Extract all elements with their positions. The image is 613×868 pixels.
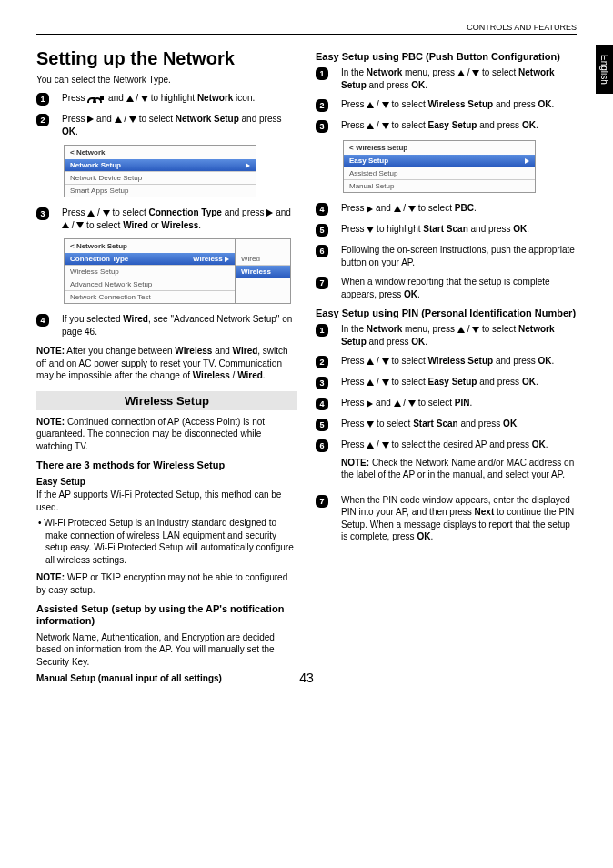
left-column: Setting up the Network You can select th…: [36, 44, 297, 685]
step-badge: 7: [316, 495, 328, 508]
bullet-item: Wi-Fi Protected Setup is an industry sta…: [36, 517, 297, 566]
subsection-heading: Easy Setup using PIN (Personal Identific…: [316, 308, 577, 319]
menu-row: Connection TypeWireless: [65, 253, 235, 266]
step-badge: 7: [316, 277, 328, 289]
step-badge: 4: [316, 203, 328, 216]
step-text: Following the on-screen instructions, pu…: [341, 244, 577, 268]
intro-text: You can select the Network Type.: [36, 75, 297, 85]
menu-title: < Wireless Setup: [344, 141, 535, 155]
step-badge: 5: [316, 419, 328, 431]
step-1: 1 Press and / to highlight Network icon.: [36, 92, 297, 106]
note-text: NOTE: Check the Network Name and/or MAC …: [341, 457, 577, 481]
up-icon: [367, 379, 374, 386]
menu-row: Advanced Network Setup: [65, 278, 235, 291]
down-icon: [382, 102, 389, 108]
step-badge: 6: [316, 245, 328, 257]
menu-row: Smart Apps Setup: [65, 185, 256, 197]
pin-step-2: 2 Press / to select Wireless Setup and p…: [316, 355, 577, 368]
down-icon: [141, 96, 148, 102]
quick-menu-icon: [87, 93, 106, 103]
method-heading: Easy Setup: [36, 477, 297, 487]
pin-step-7: 7 When the PIN code window appears, ente…: [316, 494, 577, 543]
down-icon: [408, 400, 416, 407]
up-icon: [457, 327, 465, 333]
pbc-step-1: 1 In the Network menu, press / to select…: [316, 66, 577, 91]
down-icon: [408, 206, 416, 212]
body-text: Network Name, Authentication, and Encryp…: [36, 631, 297, 669]
chevron-right-icon: [246, 163, 250, 168]
subsection-heading: There are 3 methods for Wireless Setup: [36, 459, 297, 471]
pin-step-4: 4 Press and / to select PIN.: [316, 397, 577, 410]
menu-row: Network Connection Test: [65, 291, 235, 303]
menu-row: Manual Setup: [344, 180, 535, 192]
step-text: Press and / to select Network Setup and …: [62, 113, 297, 137]
chevron-right-icon: [525, 158, 529, 164]
step-badge: 3: [316, 120, 328, 133]
down-icon: [472, 327, 479, 333]
menu-option: Wired: [236, 253, 290, 266]
svg-rect-0: [100, 96, 104, 100]
up-icon: [87, 210, 95, 217]
pin-step-1: 1 In the Network menu, press / to select…: [316, 323, 577, 348]
pbc-step-6: 6 Following the on-screen instructions, …: [316, 244, 577, 268]
menu-row: Network Device Setup: [65, 172, 256, 185]
language-tab: English: [596, 45, 613, 94]
menu-row: Assisted Setup: [344, 167, 535, 180]
step-text: When a window reporting that the setup i…: [341, 276, 577, 300]
subsection-heading: Easy Setup using PBC (Push Button Config…: [316, 51, 577, 63]
menu-row: Easy Setup: [344, 155, 535, 167]
step-badge: 1: [316, 324, 328, 337]
up-icon: [394, 206, 401, 212]
menu-row: Network Setup: [65, 159, 256, 172]
down-icon: [382, 379, 389, 386]
up-icon: [367, 358, 374, 365]
down-icon: [382, 442, 389, 449]
step-text: Press to select Start Scan and press OK.: [341, 418, 577, 430]
pin-step-3: 3 Press / to select Easy Setup and press…: [316, 376, 577, 389]
up-icon: [367, 442, 374, 449]
step-2: 2 Press and / to select Network Setup an…: [36, 113, 297, 137]
down-icon: [382, 358, 389, 365]
step-4: 4 If you selected Wired, see "Advanced N…: [36, 313, 297, 338]
page-title: Setting up the Network: [36, 48, 297, 69]
step-text: In the Network menu, press / to select N…: [341, 66, 577, 91]
step-badge: 4: [36, 314, 49, 327]
menu-row: Wireless Setup: [65, 266, 235, 278]
menu-network: < Network Network Setup Network Device S…: [64, 145, 256, 197]
pbc-step-2: 2 Press / to select Wireless Setup and p…: [316, 98, 577, 112]
body-text: If the AP supports Wi-Fi Protected Setup…: [36, 489, 297, 513]
down-icon: [472, 70, 479, 76]
menu-title: < Network Setup: [65, 239, 235, 253]
menu-title: < Network: [65, 146, 256, 159]
step-3: 3 Press / to select Connection Type and …: [36, 207, 297, 231]
header-section-title: CONTROLS AND FEATURES: [36, 23, 577, 35]
down-icon: [382, 123, 389, 129]
step-text: Press / to select Wireless Setup and pre…: [341, 98, 577, 111]
step-badge: 2: [36, 114, 49, 126]
step-text: Press to highlight Start Scan and press …: [341, 223, 577, 236]
step-text: In the Network menu, press / to select N…: [341, 323, 577, 348]
page-number: 43: [36, 671, 577, 685]
menu-wireless-setup: < Wireless Setup Easy Setup Assisted Set…: [343, 140, 536, 193]
pbc-step-7: 7 When a window reporting that the setup…: [316, 276, 577, 300]
step-badge: 2: [316, 356, 328, 368]
step-badge: 4: [316, 398, 328, 410]
pbc-step-5: 5 Press to highlight Start Scan and pres…: [316, 223, 577, 237]
step-text: Press and / to highlight Network icon.: [62, 92, 297, 105]
up-icon: [62, 222, 69, 228]
pin-step-6: 6 Press / to select the desired AP and p…: [316, 439, 577, 487]
method-heading: Assisted Setup (setup by using the AP's …: [36, 603, 297, 627]
step-text: Press / to select the desired AP and pre…: [341, 439, 577, 487]
up-icon: [457, 70, 465, 76]
step-badge: 3: [36, 207, 49, 220]
pbc-step-4: 4 Press and / to select PBC.: [316, 202, 577, 216]
step-text: When the PIN code window appears, enter …: [341, 494, 577, 543]
note-text: NOTE: Continued connection of AP (Access…: [36, 416, 297, 453]
step-text: Press / to select Connection Type and pr…: [62, 207, 297, 231]
down-icon: [129, 116, 136, 123]
step-text: Press and / to select PBC.: [341, 202, 577, 215]
step-badge: 1: [316, 67, 328, 80]
up-icon: [367, 102, 374, 108]
up-icon: [367, 123, 374, 129]
step-text: Press / to select Easy Setup and press O…: [341, 119, 577, 132]
